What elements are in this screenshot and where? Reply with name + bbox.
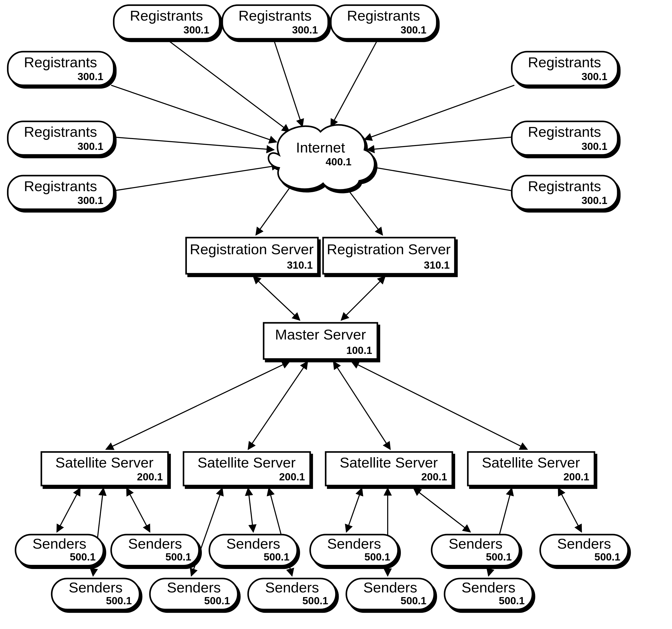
label: Internet (296, 140, 345, 156)
svg-line-2 (331, 40, 377, 126)
ref: 500.1 (106, 595, 132, 606)
node-registrant: Registrants 300.1 (8, 176, 114, 209)
ref: 300.1 (184, 24, 209, 35)
node-registrant: Registrants 300.1 (222, 5, 328, 39)
label: Registration Server (327, 241, 451, 257)
label: Registrants (238, 7, 312, 24)
svg-line-8 (362, 166, 514, 191)
label: Satellite Server (340, 454, 438, 471)
svg-line-14 (248, 362, 308, 450)
label: Senders (462, 579, 515, 596)
node-registrant: Registrants 300.1 (512, 52, 618, 85)
label: Registrants (528, 54, 601, 70)
label: Satellite Server (197, 454, 296, 471)
svg-line-17 (57, 488, 80, 532)
svg-line-4 (111, 137, 274, 150)
node-registrant: Registrants 300.1 (331, 5, 437, 39)
node-sender: Senders 500.1 (52, 579, 140, 609)
svg-line-16 (352, 362, 527, 450)
node-sender: Senders 500.1 (16, 535, 103, 565)
node-sender: Senders 500.1 (432, 535, 520, 565)
ref: 500.1 (594, 551, 620, 562)
ref: 300.1 (292, 24, 318, 35)
label: Senders (69, 579, 122, 596)
label: Registrants (528, 124, 601, 140)
node-satellite-server: Satellite Server 200.1 (468, 452, 594, 485)
ref: 300.1 (78, 71, 103, 82)
ref: 310.1 (424, 259, 450, 271)
label: Registrants (24, 54, 97, 70)
label: Registrants (24, 124, 97, 140)
ref: 300.1 (78, 141, 103, 152)
ref: 100.1 (346, 345, 372, 356)
label: Senders (226, 535, 280, 552)
svg-line-7 (367, 137, 514, 150)
node-internet: Internet 400.1 (268, 125, 375, 190)
label: Registrants (130, 7, 203, 24)
node-registrant: Registrants 300.1 (8, 121, 114, 155)
node-registrant: Registrants 300.1 (512, 121, 618, 155)
label: Registrants (528, 178, 601, 194)
svg-line-12 (341, 276, 385, 320)
ref: 500.1 (499, 595, 525, 606)
svg-line-0 (168, 40, 289, 132)
ref: 300.1 (581, 195, 607, 206)
node-sender: Senders 500.1 (540, 535, 628, 565)
node-sender: Senders 500.1 (248, 579, 336, 609)
ref: 500.1 (264, 551, 289, 562)
node-satellite-server: Satellite Server 200.1 (41, 452, 168, 485)
node-registrant: Registrants 300.1 (114, 5, 220, 39)
ref: 500.1 (166, 551, 191, 562)
node-sender: Senders 500.1 (209, 535, 297, 565)
ref: 200.1 (137, 471, 163, 482)
label: Registration Server (190, 241, 314, 257)
svg-line-6 (364, 85, 514, 140)
svg-line-19 (126, 488, 150, 532)
ref: 300.1 (78, 195, 103, 206)
ref: 310.1 (287, 259, 313, 271)
svg-line-21 (248, 488, 254, 532)
node-registration-server: Registration Server 310.1 (323, 237, 455, 274)
label: Senders (327, 535, 381, 552)
svg-line-5 (111, 166, 279, 191)
svg-line-11 (254, 276, 300, 320)
label: Senders (128, 535, 182, 552)
label: Senders (167, 579, 221, 596)
ref: 300.1 (581, 71, 607, 82)
ref: 200.1 (279, 471, 305, 482)
label: Senders (265, 579, 319, 596)
node-sender: Senders 500.1 (111, 535, 199, 565)
svg-line-15 (333, 362, 390, 450)
ref: 300.1 (401, 24, 426, 35)
ref: 500.1 (70, 551, 96, 562)
svg-line-13 (106, 362, 289, 450)
label: Senders (557, 535, 611, 552)
ref: 400.1 (326, 156, 351, 168)
node-registrant: Registrants 300.1 (512, 176, 618, 209)
label: Satellite Server (482, 454, 580, 471)
ref: 200.1 (563, 471, 589, 482)
ref: 500.1 (401, 595, 426, 606)
ref: 300.1 (581, 141, 607, 152)
ref: 500.1 (364, 551, 390, 562)
svg-line-1 (274, 40, 302, 126)
node-registrant: Registrants 300.1 (8, 52, 114, 85)
node-registration-server: Registration Server 310.1 (186, 237, 318, 274)
label: Registrants (347, 7, 420, 24)
svg-line-25 (413, 488, 471, 532)
ref: 500.1 (302, 595, 328, 606)
label: Satellite Server (55, 454, 153, 471)
node-satellite-server: Satellite Server 200.1 (326, 452, 452, 485)
ref: 500.1 (204, 595, 230, 606)
ref: 200.1 (421, 471, 447, 482)
edges (57, 40, 581, 576)
node-sender: Senders 500.1 (150, 579, 238, 609)
label: Registrants (24, 178, 97, 194)
node-sender: Senders 500.1 (310, 535, 398, 565)
svg-line-9 (256, 181, 295, 235)
label: Senders (363, 579, 417, 596)
ref: 500.1 (486, 551, 512, 562)
svg-line-23 (346, 488, 362, 532)
node-satellite-server: Satellite Server 200.1 (184, 452, 310, 485)
node-sender: Senders 500.1 (346, 579, 434, 609)
